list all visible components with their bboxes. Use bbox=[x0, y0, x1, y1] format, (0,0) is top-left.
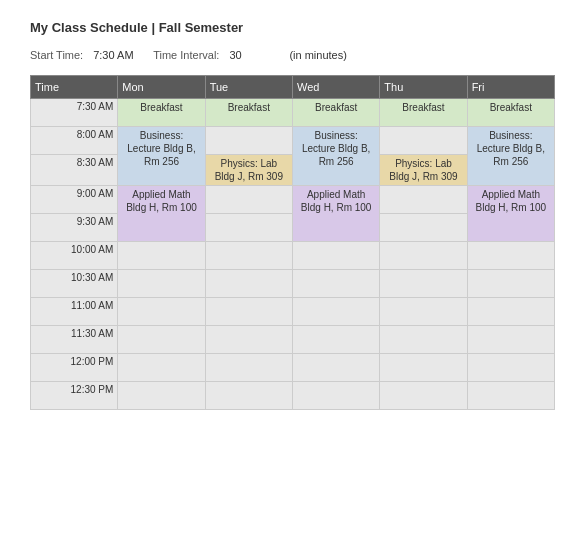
table-cell bbox=[118, 382, 205, 410]
table-cell: Breakfast bbox=[292, 99, 379, 127]
table-cell bbox=[292, 298, 379, 326]
table-cell bbox=[118, 270, 205, 298]
table-cell bbox=[205, 242, 292, 270]
table-row: 10:30 AM bbox=[31, 270, 555, 298]
table-cell bbox=[380, 382, 467, 410]
time-cell: 10:00 AM bbox=[31, 242, 118, 270]
table-row: 11:30 AM bbox=[31, 326, 555, 354]
table-cell bbox=[467, 270, 554, 298]
table-cell: Business: Lecture Bldg B, Rm 256 bbox=[292, 127, 379, 186]
interval-unit: (in minutes) bbox=[289, 49, 346, 61]
table-cell bbox=[292, 270, 379, 298]
table-cell bbox=[380, 354, 467, 382]
table-cell: Applied Math Bldg H, Rm 100 bbox=[467, 186, 554, 242]
table-cell bbox=[380, 298, 467, 326]
time-cell: 8:00 AM bbox=[31, 127, 118, 155]
time-cell: 9:00 AM bbox=[31, 186, 118, 214]
table-cell bbox=[380, 270, 467, 298]
header-wed: Wed bbox=[292, 76, 379, 99]
start-time-value: 7:30 AM bbox=[93, 49, 143, 61]
table-cell bbox=[292, 354, 379, 382]
table-row: 7:30 AMBreakfastBreakfastBreakfastBreakf… bbox=[31, 99, 555, 127]
table-cell: Applied Math Bldg H, Rm 100 bbox=[292, 186, 379, 242]
table-cell bbox=[205, 326, 292, 354]
header-fri: Fri bbox=[467, 76, 554, 99]
table-cell bbox=[292, 242, 379, 270]
table-cell bbox=[380, 214, 467, 242]
table-row: 8:00 AMBusiness: Lecture Bldg B, Rm 256B… bbox=[31, 127, 555, 155]
table-cell: Breakfast bbox=[380, 99, 467, 127]
table-cell bbox=[380, 186, 467, 214]
time-cell: 12:30 PM bbox=[31, 382, 118, 410]
header-mon: Mon bbox=[118, 76, 205, 99]
interval-value: 30 bbox=[229, 49, 279, 61]
table-cell: Applied Math Bldg H, Rm 100 bbox=[118, 186, 205, 242]
table-cell bbox=[118, 242, 205, 270]
interval-label: Time Interval: bbox=[153, 49, 219, 61]
table-cell bbox=[380, 326, 467, 354]
table-row: 10:00 AM bbox=[31, 242, 555, 270]
header-thu: Thu bbox=[380, 76, 467, 99]
table-cell: Breakfast bbox=[205, 99, 292, 127]
table-cell bbox=[380, 127, 467, 155]
table-cell bbox=[380, 242, 467, 270]
start-time-label: Start Time: bbox=[30, 49, 83, 61]
table-cell: Business: Lecture Bldg B, Rm 256 bbox=[118, 127, 205, 186]
table-cell bbox=[467, 242, 554, 270]
table-row: 12:00 PM bbox=[31, 354, 555, 382]
table-row: 12:30 PM bbox=[31, 382, 555, 410]
schedule-table: Time Mon Tue Wed Thu Fri 7:30 AMBreakfas… bbox=[30, 75, 555, 410]
table-cell bbox=[292, 382, 379, 410]
table-cell: Business: Lecture Bldg B, Rm 256 bbox=[467, 127, 554, 186]
header-time: Time bbox=[31, 76, 118, 99]
table-cell: Breakfast bbox=[467, 99, 554, 127]
table-cell: Breakfast bbox=[118, 99, 205, 127]
table-cell bbox=[118, 326, 205, 354]
table-cell bbox=[205, 382, 292, 410]
table-row: 11:00 AM bbox=[31, 298, 555, 326]
table-cell bbox=[205, 214, 292, 242]
table-cell bbox=[467, 326, 554, 354]
header-tue: Tue bbox=[205, 76, 292, 99]
table-row: 9:00 AMApplied Math Bldg H, Rm 100Applie… bbox=[31, 186, 555, 214]
table-cell bbox=[205, 354, 292, 382]
table-cell bbox=[467, 354, 554, 382]
time-cell: 8:30 AM bbox=[31, 155, 118, 186]
table-header-row: Time Mon Tue Wed Thu Fri bbox=[31, 76, 555, 99]
time-cell: 11:30 AM bbox=[31, 326, 118, 354]
page-title: My Class Schedule | Fall Semester bbox=[30, 20, 555, 35]
time-cell: 9:30 AM bbox=[31, 214, 118, 242]
table-cell bbox=[205, 298, 292, 326]
table-cell bbox=[205, 270, 292, 298]
time-cell: 11:00 AM bbox=[31, 298, 118, 326]
table-cell: Physics: Lab Bldg J, Rm 309 bbox=[380, 155, 467, 186]
table-cell bbox=[118, 298, 205, 326]
table-cell bbox=[118, 354, 205, 382]
table-cell bbox=[467, 298, 554, 326]
time-cell: 12:00 PM bbox=[31, 354, 118, 382]
time-cell: 7:30 AM bbox=[31, 99, 118, 127]
time-cell: 10:30 AM bbox=[31, 270, 118, 298]
table-cell bbox=[205, 127, 292, 155]
table-cell bbox=[467, 382, 554, 410]
table-cell: Physics: Lab Bldg J, Rm 309 bbox=[205, 155, 292, 186]
table-cell bbox=[292, 326, 379, 354]
table-cell bbox=[205, 186, 292, 214]
